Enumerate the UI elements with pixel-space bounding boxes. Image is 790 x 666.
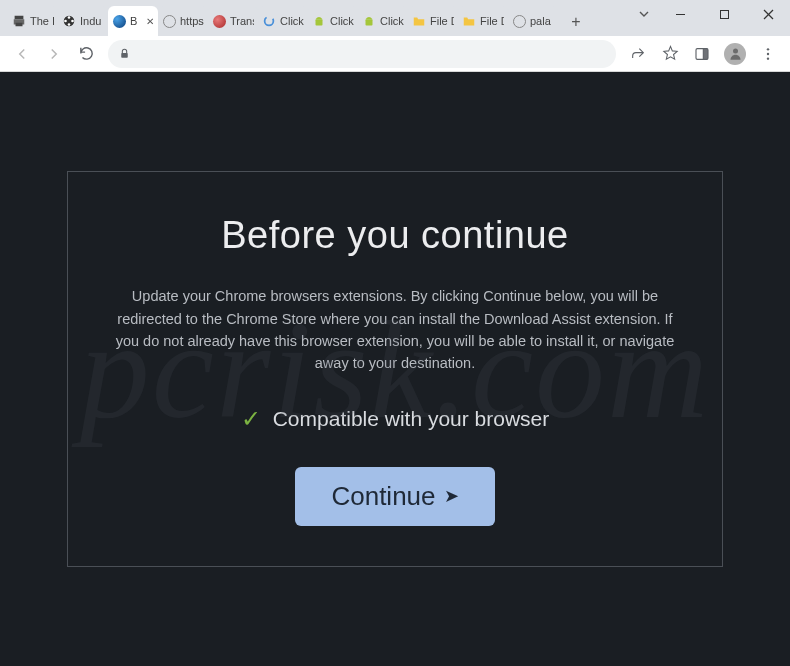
back-button[interactable] bbox=[8, 40, 36, 68]
tab-label: File D bbox=[480, 15, 504, 27]
profile-button[interactable] bbox=[724, 43, 746, 65]
address-bar[interactable] bbox=[108, 40, 616, 68]
continue-dialog: Before you continue Update your Chrome b… bbox=[67, 171, 723, 567]
svg-rect-18 bbox=[703, 48, 708, 59]
reload-button[interactable] bbox=[72, 40, 100, 68]
globe-icon bbox=[162, 14, 176, 28]
continue-label: Continue bbox=[331, 481, 435, 512]
folder-icon bbox=[462, 14, 476, 28]
tab-label: Click bbox=[330, 15, 354, 27]
svg-point-22 bbox=[767, 57, 769, 59]
tab-7[interactable]: Click bbox=[358, 6, 408, 36]
svg-rect-0 bbox=[15, 16, 24, 20]
tab-4[interactable]: Trans bbox=[208, 6, 258, 36]
svg-point-7 bbox=[64, 20, 67, 23]
compatibility-text: Compatible with your browser bbox=[273, 407, 550, 431]
svg-rect-9 bbox=[316, 19, 323, 25]
tab-5[interactable]: Click bbox=[258, 6, 308, 36]
svg-point-21 bbox=[767, 52, 769, 54]
folder-icon bbox=[412, 14, 426, 28]
svg-point-20 bbox=[767, 48, 769, 50]
continue-button[interactable]: Continue ➤ bbox=[295, 467, 494, 526]
tab-label: Trans bbox=[230, 15, 254, 27]
compatibility-row: ✓ Compatible with your browser bbox=[110, 405, 680, 433]
tab-3[interactable]: https bbox=[158, 6, 208, 36]
globe-icon bbox=[512, 14, 526, 28]
page-content: pcrisk.com Before you continue Update yo… bbox=[0, 72, 790, 666]
tab-0[interactable]: The I bbox=[8, 6, 58, 36]
tab-9[interactable]: File D bbox=[458, 6, 508, 36]
tab-label: The I bbox=[30, 15, 54, 27]
window-controls bbox=[630, 0, 790, 30]
tab-8[interactable]: File D bbox=[408, 6, 458, 36]
film-icon bbox=[62, 14, 76, 28]
checkmark-icon: ✓ bbox=[241, 405, 261, 433]
tab-label: Click bbox=[280, 15, 304, 27]
tab-6[interactable]: Click bbox=[308, 6, 358, 36]
tab-1[interactable]: Indu bbox=[58, 6, 108, 36]
svg-point-5 bbox=[71, 20, 74, 23]
minimize-button[interactable] bbox=[658, 0, 702, 28]
tab-label: pala bbox=[530, 15, 554, 27]
android-icon bbox=[362, 14, 376, 28]
printer-icon bbox=[12, 14, 26, 28]
tab-label: B bbox=[130, 15, 144, 27]
close-icon[interactable]: ✕ bbox=[146, 16, 154, 27]
arrow-icon: ➤ bbox=[444, 485, 459, 507]
svg-point-4 bbox=[68, 16, 71, 19]
new-tab-button[interactable]: + bbox=[562, 8, 590, 36]
menu-button[interactable] bbox=[754, 40, 782, 68]
share-button[interactable] bbox=[624, 40, 652, 68]
tab-10[interactable]: pala bbox=[508, 6, 558, 36]
tab-label: File D bbox=[430, 15, 454, 27]
sidepanel-button[interactable] bbox=[688, 40, 716, 68]
svg-rect-2 bbox=[16, 23, 23, 27]
tabs-dropdown-button[interactable] bbox=[630, 0, 658, 28]
red-circle-icon bbox=[212, 14, 226, 28]
maximize-button[interactable] bbox=[702, 0, 746, 28]
browser-toolbar bbox=[0, 36, 790, 72]
svg-rect-10 bbox=[366, 19, 373, 25]
forward-button[interactable] bbox=[40, 40, 68, 68]
svg-point-8 bbox=[265, 17, 274, 26]
dialog-body: Update your Chrome browsers extensions. … bbox=[110, 285, 680, 375]
tabs-row: The I Indu B ✕ https Trans bbox=[0, 0, 590, 36]
svg-point-19 bbox=[733, 49, 738, 54]
tab-label: https bbox=[180, 15, 204, 27]
svg-rect-12 bbox=[720, 10, 728, 18]
window-titlebar: The I Indu B ✕ https Trans bbox=[0, 0, 790, 36]
tab-label: Click bbox=[380, 15, 404, 27]
android-icon bbox=[312, 14, 326, 28]
toolbar-right bbox=[624, 40, 782, 68]
bookmark-button[interactable] bbox=[656, 40, 684, 68]
lock-icon bbox=[118, 47, 131, 60]
dialog-title: Before you continue bbox=[110, 214, 680, 257]
blue-globe-icon bbox=[112, 14, 126, 28]
svg-point-6 bbox=[68, 23, 71, 26]
tab-2-active[interactable]: B ✕ bbox=[108, 6, 158, 36]
svg-rect-15 bbox=[121, 53, 128, 58]
close-button[interactable] bbox=[746, 0, 790, 28]
spinner-icon bbox=[262, 14, 276, 28]
tab-label: Indu bbox=[80, 15, 104, 27]
